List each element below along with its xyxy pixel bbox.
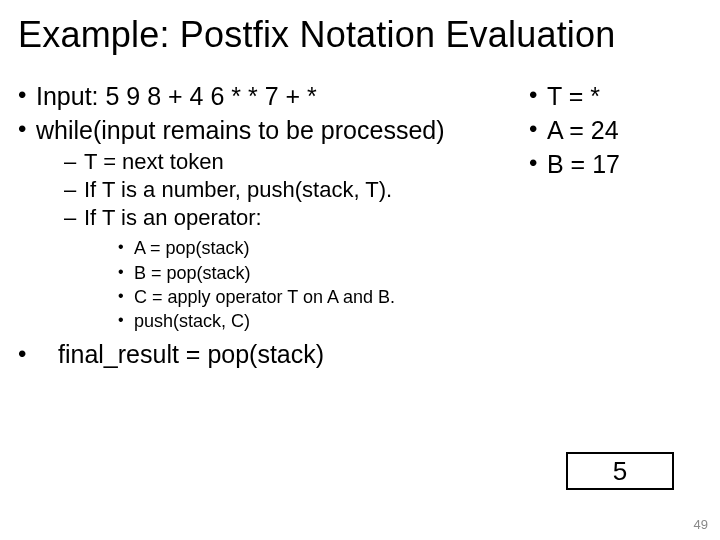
stack-value: 5 [613,456,627,487]
list-item: If T is an operator: A = pop(stack) B = … [64,204,519,333]
list-item: B = pop(stack) [118,261,519,285]
list-item: A = pop(stack) [118,236,519,260]
content-columns: Input: 5 9 8 + 4 6 * * 7 + * while(input… [0,62,720,369]
list-item-text: If T is an operator: [84,205,262,230]
list-item: Input: 5 9 8 + 4 6 * * 7 + * [14,80,519,112]
operator-body-list: A = pop(stack) B = pop(stack) C = apply … [84,236,519,333]
list-item: T = next token [64,148,519,176]
list-item: while(input remains to be processed) T =… [14,114,519,334]
list-item: If T is a number, push(stack, T). [64,176,519,204]
state-list: T = * A = 24 B = 17 [525,80,706,180]
slide: Example: Postfix Notation Evaluation Inp… [0,0,720,540]
algorithm-list: Input: 5 9 8 + 4 6 * * 7 + * while(input… [14,80,519,334]
list-item: A = 24 [525,114,706,146]
slide-title: Example: Postfix Notation Evaluation [0,0,720,62]
left-column: Input: 5 9 8 + 4 6 * * 7 + * while(input… [14,80,519,369]
page-number: 49 [694,517,708,532]
while-body-list: T = next token If T is a number, push(st… [36,148,519,334]
list-item: B = 17 [525,148,706,180]
stack-cell: 5 [566,452,674,490]
list-item: C = apply operator T on A and B. [118,285,519,309]
final-result-list: final_result = pop(stack) [14,340,519,369]
list-item: push(stack, C) [118,309,519,333]
list-item-text: while(input remains to be processed) [36,116,445,144]
right-column: T = * A = 24 B = 17 [519,80,706,369]
list-item: final_result = pop(stack) [14,340,519,369]
list-item: T = * [525,80,706,112]
